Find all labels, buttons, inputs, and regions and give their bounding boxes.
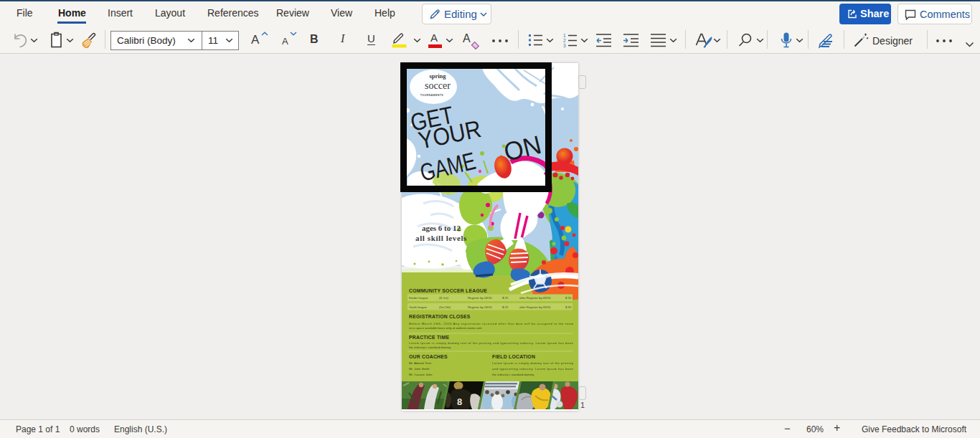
svg-text:Register by 03/10: Register by 03/10 (468, 296, 492, 300)
svg-text:$ 25: $ 25 (502, 296, 509, 300)
svg-text:Youth league: Youth league (409, 305, 428, 309)
svg-text:3: 3 (563, 43, 566, 48)
svg-text:$ 35: $ 35 (565, 305, 572, 309)
svg-text:after Register by 03/10: after Register by 03/10 (519, 305, 551, 309)
svg-text:(K-1st): (K-1st) (439, 296, 448, 300)
svg-text:the industry's standard dumm: the industry's standard dummy (409, 346, 451, 349)
svg-text:Lorem Ipsum is simply dumm: Lorem Ipsum is simply dummy text of the … (409, 341, 574, 345)
svg-text:ages 6 to 12: ages 6 to 12 (422, 224, 461, 232)
svg-text:$ 35: $ 35 (565, 296, 572, 300)
svg-text:Lorem Ipsum is simply dumm: Lorem Ipsum is simply dummy text of the … (492, 361, 574, 365)
svg-text:OUR COACHES: OUR COACHES (409, 354, 448, 359)
svg-text:Kinder league: Kinder league (409, 296, 428, 300)
svg-text:on a space available basis: on a space available basis only at websi… (409, 326, 482, 330)
svg-text:(1st-5th): (1st-5th) (439, 305, 451, 309)
svg-text:Before March 24th, 2023 Any: Before March 24th, 2023 Any registration… (409, 322, 573, 325)
svg-text:2: 2 (563, 38, 566, 43)
svg-text:and typesetting industry. L: and typesetting industry. Lorem Ipsum ha… (492, 367, 574, 371)
svg-text:1: 1 (563, 33, 566, 38)
svg-text:COMMUNITY SOCCER LEAGUE: COMMUNITY SOCCER LEAGUE (409, 288, 487, 293)
svg-text:$ 25: $ 25 (502, 305, 509, 309)
svg-text:all skill levels: all skill levels (415, 234, 467, 242)
svg-text:REGISTRATION CLOSES: REGISTRATION CLOSES (409, 314, 471, 319)
svg-text:8: 8 (457, 396, 462, 407)
svg-text:the industry's standard dum: the industry's standard dummy (492, 373, 534, 376)
svg-text:Mr. John Smith: Mr. John Smith (409, 367, 430, 371)
svg-text:Mr. Adwork Tech: Mr. Adwork Tech (409, 361, 432, 365)
svg-text:FIELD LOCATION: FIELD LOCATION (492, 354, 535, 359)
svg-text:PRACTICE TIME: PRACTICE TIME (409, 335, 449, 340)
svg-text:Register by 03/10: Register by 03/10 (468, 305, 492, 309)
svg-text:after Register by 03/10: after Register by 03/10 (519, 296, 551, 300)
svg-text:Mr. Cacane John: Mr. Cacane John (409, 373, 433, 376)
